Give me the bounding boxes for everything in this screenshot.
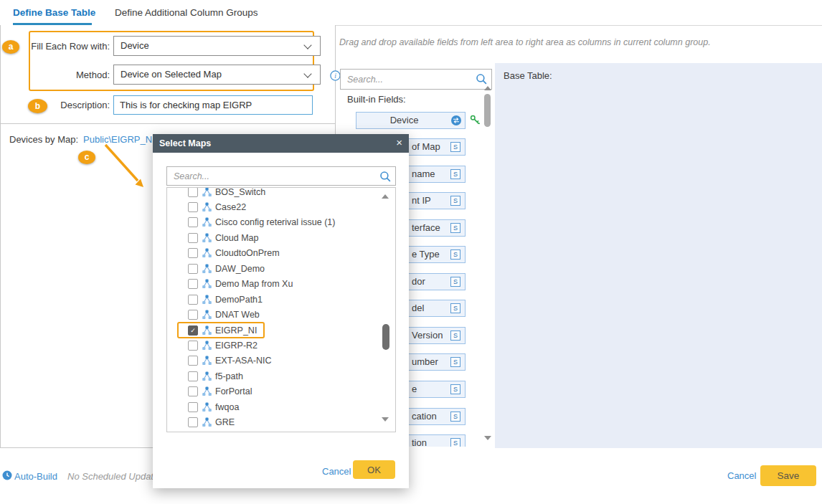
dialog-ok-button[interactable]: OK — [353, 460, 395, 479]
map-name: DemoPath1 — [215, 295, 263, 305]
field-item-label: nt IP — [412, 195, 431, 206]
field-item-label: e — [412, 384, 417, 394]
description-label: Description: — [1, 100, 110, 110]
map-list-item[interactable]: BOS_Switch — [167, 187, 395, 199]
map-name: GRE — [215, 417, 235, 427]
tab-define-additional-column-groups[interactable]: Define Additional Column Groups — [115, 7, 258, 18]
field-item-label: dor — [412, 276, 425, 287]
built-in-fields-label: Built-in Fields: — [347, 94, 406, 105]
map-name: EIGRP_NI — [215, 325, 257, 336]
map-list-item[interactable]: Cisco config reterival issue (1) — [167, 215, 395, 230]
map-name: Cloud Map — [215, 233, 258, 243]
maps-search-input[interactable] — [167, 167, 395, 185]
map-list-item[interactable]: DemoPath1 — [167, 292, 395, 307]
map-name: CloudtoOnPrem — [215, 248, 280, 258]
map-checkbox[interactable] — [188, 233, 198, 243]
map-checkbox[interactable] — [188, 356, 198, 366]
map-list-item[interactable]: DAW_Demo — [167, 261, 395, 276]
map-list-item[interactable]: Case22 — [167, 199, 395, 214]
string-type-badge: S — [450, 331, 460, 341]
save-button[interactable]: Save — [760, 465, 816, 486]
map-list-item[interactable]: f5-path — [167, 369, 395, 384]
fields-scroll-up-icon[interactable] — [484, 86, 491, 90]
map-icon — [202, 264, 212, 274]
dialog-title: Select Maps — [159, 134, 211, 153]
dialog-cancel-button[interactable]: Cancel — [318, 465, 355, 477]
description-input[interactable] — [113, 95, 313, 115]
map-checkbox[interactable] — [188, 202, 198, 212]
map-icon — [202, 402, 212, 412]
map-list-item[interactable]: ✓EIGRP_NI — [167, 323, 395, 338]
map-icon — [202, 233, 212, 243]
map-list-item[interactable]: ForPortal — [167, 384, 395, 399]
search-icon[interactable] — [379, 171, 392, 186]
field-item-label: umber — [412, 356, 438, 367]
base-table-drop-area[interactable]: Base Table: — [495, 63, 822, 448]
map-icon — [202, 325, 212, 336]
svg-text:i: i — [334, 72, 336, 80]
map-checkbox[interactable]: ✓ — [188, 325, 198, 336]
field-item-label: e Type — [412, 249, 440, 260]
map-name: DNAT Web — [215, 310, 260, 320]
map-checkbox[interactable] — [188, 341, 198, 351]
map-checkbox[interactable] — [188, 386, 198, 396]
map-checkbox[interactable] — [188, 417, 198, 427]
auto-build-link[interactable]: Auto-Build — [14, 471, 57, 482]
map-checkbox[interactable] — [188, 264, 198, 274]
map-list-item[interactable]: Demo Map from Xu — [167, 277, 395, 292]
map-icon — [202, 279, 212, 289]
field-item-label: del — [412, 303, 424, 313]
string-type-badge: S — [450, 249, 460, 260]
method-select[interactable]: Device on Selected Map — [113, 65, 321, 85]
fields-scrollbar-thumb[interactable] — [484, 94, 491, 127]
method-label: Method: — [1, 70, 110, 80]
map-list-item[interactable]: fwqoa — [167, 399, 395, 414]
method-value: Device on Selected Map — [121, 69, 222, 80]
map-checkbox[interactable] — [188, 279, 198, 289]
string-type-badge: S — [450, 277, 460, 287]
map-list-item[interactable]: GRE — [167, 415, 395, 430]
field-item-label: name — [412, 168, 435, 179]
field-item-label: of Map — [412, 141, 440, 152]
map-name: BOS_Switch — [215, 187, 265, 197]
schedule-status: No Scheduled Update — [67, 471, 159, 482]
maps-search-box — [166, 166, 396, 186]
fields-scroll-down-icon[interactable] — [484, 436, 491, 440]
key-icon — [470, 115, 481, 128]
fields-search-input[interactable] — [341, 70, 491, 89]
map-checkbox[interactable] — [188, 248, 198, 258]
map-icon — [202, 341, 212, 351]
chevron-down-icon — [303, 70, 311, 77]
fill-each-row-label: Fill Each Row with: — [1, 41, 110, 52]
cancel-button[interactable]: Cancel — [723, 470, 760, 482]
map-checkbox[interactable] — [188, 371, 198, 381]
callout-badge-c: c — [78, 151, 95, 164]
map-name: fwqoa — [215, 402, 239, 412]
map-checkbox[interactable] — [188, 310, 198, 320]
dialog-header[interactable]: Select Maps × — [153, 134, 409, 153]
map-list-item[interactable]: CloudtoOnPrem — [167, 246, 395, 261]
map-list-item[interactable]: EXT-ASA-NIC — [167, 353, 395, 369]
map-checkbox[interactable] — [188, 402, 198, 412]
clock-icon — [2, 470, 12, 483]
map-list-item[interactable]: EIGRP-R2 — [167, 338, 395, 353]
map-name: EIGRP-R2 — [215, 341, 258, 351]
map-icon — [202, 356, 212, 366]
string-type-badge: S — [450, 357, 460, 367]
fill-each-row-select[interactable]: Device — [113, 36, 321, 56]
section-divider — [1, 123, 335, 124]
map-checkbox[interactable] — [188, 187, 198, 197]
map-checkbox[interactable] — [188, 295, 198, 305]
map-list-item[interactable]: DNAT Web — [167, 308, 395, 323]
map-checkbox[interactable] — [188, 217, 198, 227]
tab-define-base-table[interactable]: Define Base Table — [13, 7, 95, 18]
info-icon[interactable]: i — [330, 70, 341, 81]
map-name: DAW_Demo — [215, 264, 265, 274]
devices-by-map-link[interactable]: Public\EIGRP_NI — [83, 134, 155, 145]
map-list-item[interactable]: Cloud Map — [167, 230, 395, 245]
devices-by-map-label: Devices by Map: — [9, 134, 78, 145]
string-type-badge: S — [450, 223, 460, 233]
map-name: EXT-ASA-NIC — [215, 356, 272, 366]
field-device[interactable]: Device — [356, 112, 466, 129]
close-icon[interactable]: × — [396, 136, 402, 148]
